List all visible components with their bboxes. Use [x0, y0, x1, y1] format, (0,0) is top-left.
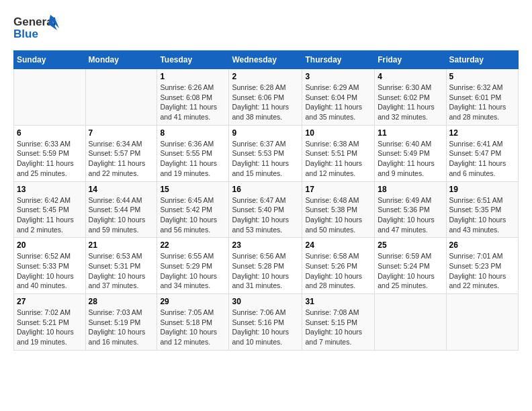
- day-info: Sunrise: 6:55 AMSunset: 5:29 PMDaylight:…: [160, 251, 226, 291]
- day-number: 17: [305, 185, 371, 194]
- calendar-cell: 13Sunrise: 6:42 AMSunset: 5:45 PMDayligh…: [14, 181, 86, 238]
- weekday-header: Wednesday: [229, 51, 302, 69]
- day-number: 15: [160, 185, 226, 194]
- calendar-cell: 15Sunrise: 6:45 AMSunset: 5:42 PMDayligh…: [157, 181, 229, 238]
- calendar-cell: 11Sunrise: 6:40 AMSunset: 5:49 PMDayligh…: [375, 125, 446, 181]
- calendar-week-row: 20Sunrise: 6:52 AMSunset: 5:33 PMDayligh…: [14, 238, 519, 294]
- logo: GeneralBlue: [13, 13, 67, 44]
- day-info: Sunrise: 6:51 AMSunset: 5:35 PMDaylight:…: [449, 195, 515, 235]
- day-number: 16: [232, 185, 299, 194]
- day-number: 12: [449, 128, 515, 138]
- day-info: Sunrise: 6:26 AMSunset: 6:08 PMDaylight:…: [160, 83, 226, 122]
- day-number: 19: [449, 185, 515, 194]
- calendar-cell: [375, 294, 446, 351]
- svg-text:Blue: Blue: [13, 28, 38, 40]
- day-number: 8: [160, 128, 226, 138]
- day-info: Sunrise: 6:37 AMSunset: 5:53 PMDaylight:…: [232, 139, 299, 179]
- calendar-cell: 29Sunrise: 7:05 AMSunset: 5:18 PMDayligh…: [157, 294, 229, 351]
- calendar-cell: 16Sunrise: 6:47 AMSunset: 5:40 PMDayligh…: [229, 181, 302, 238]
- day-number: 10: [305, 128, 371, 138]
- day-number: 6: [17, 128, 83, 138]
- calendar-cell: 18Sunrise: 6:49 AMSunset: 5:36 PMDayligh…: [375, 181, 446, 238]
- weekday-header: Sunday: [14, 51, 86, 69]
- day-info: Sunrise: 6:36 AMSunset: 5:55 PMDaylight:…: [160, 139, 226, 179]
- calendar-cell: 2Sunrise: 6:28 AMSunset: 6:06 PMDaylight…: [229, 69, 302, 126]
- calendar-cell: [446, 294, 518, 351]
- calendar-cell: 9Sunrise: 6:37 AMSunset: 5:53 PMDaylight…: [229, 125, 302, 181]
- day-info: Sunrise: 6:33 AMSunset: 5:59 PMDaylight:…: [17, 139, 83, 179]
- day-info: Sunrise: 7:02 AMSunset: 5:21 PMDaylight:…: [17, 308, 83, 347]
- weekday-header: Saturday: [446, 51, 518, 69]
- calendar-cell: [14, 69, 86, 126]
- day-number: 3: [305, 72, 371, 81]
- day-info: Sunrise: 6:28 AMSunset: 6:06 PMDaylight:…: [232, 83, 299, 122]
- day-info: Sunrise: 6:41 AMSunset: 5:47 PMDaylight:…: [449, 139, 515, 179]
- day-info: Sunrise: 6:40 AMSunset: 5:49 PMDaylight:…: [378, 139, 443, 179]
- calendar-cell: 7Sunrise: 6:34 AMSunset: 5:57 PMDaylight…: [85, 125, 157, 181]
- day-number: 23: [232, 240, 299, 250]
- day-number: 30: [232, 297, 299, 306]
- day-number: 13: [17, 185, 83, 194]
- day-number: 9: [232, 128, 299, 138]
- day-info: Sunrise: 7:06 AMSunset: 5:16 PMDaylight:…: [232, 308, 299, 347]
- day-number: 11: [378, 128, 443, 138]
- day-number: 24: [305, 240, 371, 250]
- day-info: Sunrise: 7:08 AMSunset: 5:15 PMDaylight:…: [305, 308, 371, 347]
- day-info: Sunrise: 6:53 AMSunset: 5:31 PMDaylight:…: [89, 251, 154, 291]
- calendar-header-row: SundayMondayTuesdayWednesdayThursdayFrid…: [14, 51, 519, 69]
- weekday-header: Tuesday: [157, 51, 229, 69]
- calendar-cell: 20Sunrise: 6:52 AMSunset: 5:33 PMDayligh…: [14, 238, 86, 294]
- day-info: Sunrise: 6:52 AMSunset: 5:33 PMDaylight:…: [17, 251, 83, 291]
- day-number: 28: [89, 297, 154, 306]
- day-number: 27: [17, 297, 83, 306]
- weekday-header: Friday: [375, 51, 446, 69]
- calendar-cell: 23Sunrise: 6:56 AMSunset: 5:28 PMDayligh…: [229, 238, 302, 294]
- day-number: 7: [89, 128, 154, 138]
- day-info: Sunrise: 6:49 AMSunset: 5:36 PMDaylight:…: [378, 195, 443, 235]
- day-info: Sunrise: 6:48 AMSunset: 5:38 PMDaylight:…: [305, 195, 371, 235]
- day-info: Sunrise: 6:47 AMSunset: 5:40 PMDaylight:…: [232, 195, 299, 235]
- calendar-cell: 22Sunrise: 6:55 AMSunset: 5:29 PMDayligh…: [157, 238, 229, 294]
- calendar-cell: 27Sunrise: 7:02 AMSunset: 5:21 PMDayligh…: [14, 294, 86, 351]
- calendar-cell: 19Sunrise: 6:51 AMSunset: 5:35 PMDayligh…: [446, 181, 518, 238]
- day-info: Sunrise: 6:32 AMSunset: 6:01 PMDaylight:…: [449, 83, 515, 122]
- calendar-cell: 25Sunrise: 6:59 AMSunset: 5:24 PMDayligh…: [375, 238, 446, 294]
- calendar-cell: 17Sunrise: 6:48 AMSunset: 5:38 PMDayligh…: [302, 181, 375, 238]
- calendar-cell: 8Sunrise: 6:36 AMSunset: 5:55 PMDaylight…: [157, 125, 229, 181]
- day-info: Sunrise: 6:42 AMSunset: 5:45 PMDaylight:…: [17, 195, 83, 235]
- day-info: Sunrise: 7:03 AMSunset: 5:19 PMDaylight:…: [89, 308, 154, 347]
- calendar-cell: 31Sunrise: 7:08 AMSunset: 5:15 PMDayligh…: [302, 294, 375, 351]
- day-info: Sunrise: 6:56 AMSunset: 5:28 PMDaylight:…: [232, 251, 299, 291]
- calendar-cell: 28Sunrise: 7:03 AMSunset: 5:19 PMDayligh…: [85, 294, 157, 351]
- calendar-table: SundayMondayTuesdayWednesdayThursdayFrid…: [13, 50, 519, 351]
- day-info: Sunrise: 7:01 AMSunset: 5:23 PMDaylight:…: [449, 251, 515, 291]
- calendar-cell: 5Sunrise: 6:32 AMSunset: 6:01 PMDaylight…: [446, 69, 518, 126]
- calendar-week-row: 6Sunrise: 6:33 AMSunset: 5:59 PMDaylight…: [14, 125, 519, 181]
- calendar-cell: 21Sunrise: 6:53 AMSunset: 5:31 PMDayligh…: [85, 238, 157, 294]
- day-number: 18: [378, 185, 443, 194]
- calendar-week-row: 13Sunrise: 6:42 AMSunset: 5:45 PMDayligh…: [14, 181, 519, 238]
- calendar-cell: 1Sunrise: 6:26 AMSunset: 6:08 PMDaylight…: [157, 69, 229, 126]
- day-info: Sunrise: 6:44 AMSunset: 5:44 PMDaylight:…: [89, 195, 154, 235]
- day-number: 26: [449, 240, 515, 250]
- day-number: 25: [378, 240, 443, 250]
- day-number: 20: [17, 240, 83, 250]
- day-number: 31: [305, 297, 371, 306]
- calendar-cell: 10Sunrise: 6:38 AMSunset: 5:51 PMDayligh…: [302, 125, 375, 181]
- calendar-cell: 24Sunrise: 6:58 AMSunset: 5:26 PMDayligh…: [302, 238, 375, 294]
- calendar-week-row: 1Sunrise: 6:26 AMSunset: 6:08 PMDaylight…: [14, 69, 519, 126]
- day-number: 21: [89, 240, 154, 250]
- day-number: 14: [89, 185, 154, 194]
- calendar-cell: 14Sunrise: 6:44 AMSunset: 5:44 PMDayligh…: [85, 181, 157, 238]
- day-number: 2: [232, 72, 299, 81]
- calendar-cell: 30Sunrise: 7:06 AMSunset: 5:16 PMDayligh…: [229, 294, 302, 351]
- day-info: Sunrise: 6:45 AMSunset: 5:42 PMDaylight:…: [160, 195, 226, 235]
- calendar-cell: [85, 69, 157, 126]
- calendar-cell: 6Sunrise: 6:33 AMSunset: 5:59 PMDaylight…: [14, 125, 86, 181]
- weekday-header: Monday: [85, 51, 157, 69]
- calendar-cell: 26Sunrise: 7:01 AMSunset: 5:23 PMDayligh…: [446, 238, 518, 294]
- calendar-cell: 3Sunrise: 6:29 AMSunset: 6:04 PMDaylight…: [302, 69, 375, 126]
- day-number: 29: [160, 297, 226, 306]
- page-header: GeneralBlue: [13, 13, 519, 44]
- day-number: 5: [449, 72, 515, 81]
